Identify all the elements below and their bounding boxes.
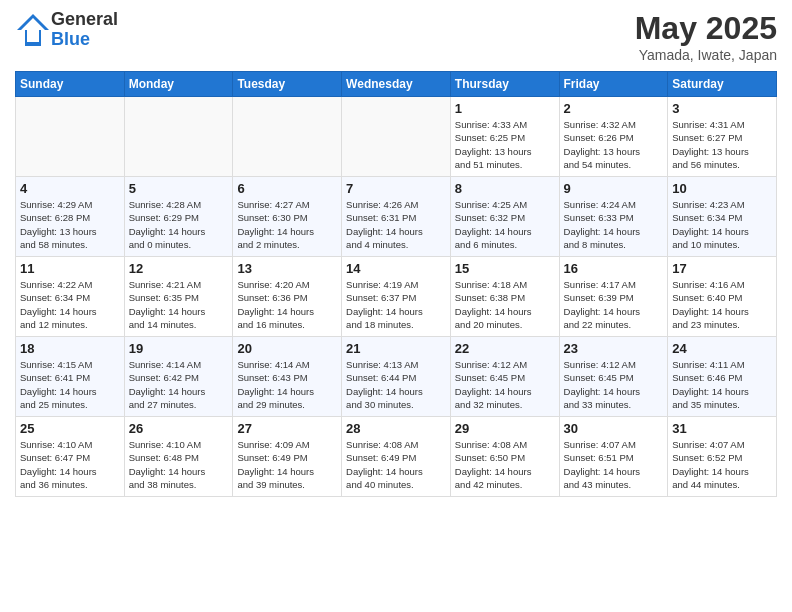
- calendar-cell: [233, 97, 342, 177]
- day-info: Sunrise: 4:08 AMSunset: 6:49 PMDaylight:…: [346, 438, 446, 491]
- day-number: 2: [564, 101, 664, 116]
- calendar-cell: 19Sunrise: 4:14 AMSunset: 6:42 PMDayligh…: [124, 337, 233, 417]
- day-number: 10: [672, 181, 772, 196]
- calendar-cell: 12Sunrise: 4:21 AMSunset: 6:35 PMDayligh…: [124, 257, 233, 337]
- calendar-cell: 17Sunrise: 4:16 AMSunset: 6:40 PMDayligh…: [668, 257, 777, 337]
- day-number: 6: [237, 181, 337, 196]
- calendar-header-row: SundayMondayTuesdayWednesdayThursdayFrid…: [16, 72, 777, 97]
- day-number: 19: [129, 341, 229, 356]
- calendar-cell: 9Sunrise: 4:24 AMSunset: 6:33 PMDaylight…: [559, 177, 668, 257]
- calendar-week-5: 25Sunrise: 4:10 AMSunset: 6:47 PMDayligh…: [16, 417, 777, 497]
- logo: General Blue: [15, 10, 118, 50]
- main-title: May 2025: [635, 10, 777, 47]
- calendar-cell: 25Sunrise: 4:10 AMSunset: 6:47 PMDayligh…: [16, 417, 125, 497]
- day-number: 17: [672, 261, 772, 276]
- day-info: Sunrise: 4:27 AMSunset: 6:30 PMDaylight:…: [237, 198, 337, 251]
- day-number: 3: [672, 101, 772, 116]
- day-number: 7: [346, 181, 446, 196]
- day-header-wednesday: Wednesday: [342, 72, 451, 97]
- calendar-cell: 28Sunrise: 4:08 AMSunset: 6:49 PMDayligh…: [342, 417, 451, 497]
- calendar-cell: 4Sunrise: 4:29 AMSunset: 6:28 PMDaylight…: [16, 177, 125, 257]
- calendar-cell: 22Sunrise: 4:12 AMSunset: 6:45 PMDayligh…: [450, 337, 559, 417]
- day-number: 11: [20, 261, 120, 276]
- day-info: Sunrise: 4:28 AMSunset: 6:29 PMDaylight:…: [129, 198, 229, 251]
- calendar-cell: 26Sunrise: 4:10 AMSunset: 6:48 PMDayligh…: [124, 417, 233, 497]
- day-info: Sunrise: 4:15 AMSunset: 6:41 PMDaylight:…: [20, 358, 120, 411]
- subtitle: Yamada, Iwate, Japan: [635, 47, 777, 63]
- calendar-cell: 14Sunrise: 4:19 AMSunset: 6:37 PMDayligh…: [342, 257, 451, 337]
- day-info: Sunrise: 4:26 AMSunset: 6:31 PMDaylight:…: [346, 198, 446, 251]
- day-number: 26: [129, 421, 229, 436]
- day-number: 8: [455, 181, 555, 196]
- day-header-sunday: Sunday: [16, 72, 125, 97]
- calendar-cell: 8Sunrise: 4:25 AMSunset: 6:32 PMDaylight…: [450, 177, 559, 257]
- day-number: 16: [564, 261, 664, 276]
- day-number: 30: [564, 421, 664, 436]
- day-info: Sunrise: 4:19 AMSunset: 6:37 PMDaylight:…: [346, 278, 446, 331]
- day-info: Sunrise: 4:31 AMSunset: 6:27 PMDaylight:…: [672, 118, 772, 171]
- day-number: 28: [346, 421, 446, 436]
- calendar-cell: 31Sunrise: 4:07 AMSunset: 6:52 PMDayligh…: [668, 417, 777, 497]
- day-number: 9: [564, 181, 664, 196]
- day-info: Sunrise: 4:09 AMSunset: 6:49 PMDaylight:…: [237, 438, 337, 491]
- day-number: 4: [20, 181, 120, 196]
- calendar-cell: 23Sunrise: 4:12 AMSunset: 6:45 PMDayligh…: [559, 337, 668, 417]
- calendar-week-2: 4Sunrise: 4:29 AMSunset: 6:28 PMDaylight…: [16, 177, 777, 257]
- calendar-cell: 11Sunrise: 4:22 AMSunset: 6:34 PMDayligh…: [16, 257, 125, 337]
- day-header-friday: Friday: [559, 72, 668, 97]
- day-number: 18: [20, 341, 120, 356]
- title-block: May 2025 Yamada, Iwate, Japan: [635, 10, 777, 63]
- calendar-cell: [124, 97, 233, 177]
- day-info: Sunrise: 4:10 AMSunset: 6:47 PMDaylight:…: [20, 438, 120, 491]
- day-number: 27: [237, 421, 337, 436]
- calendar-cell: 15Sunrise: 4:18 AMSunset: 6:38 PMDayligh…: [450, 257, 559, 337]
- calendar-table: SundayMondayTuesdayWednesdayThursdayFrid…: [15, 71, 777, 497]
- calendar-week-3: 11Sunrise: 4:22 AMSunset: 6:34 PMDayligh…: [16, 257, 777, 337]
- day-number: 29: [455, 421, 555, 436]
- calendar-cell: 24Sunrise: 4:11 AMSunset: 6:46 PMDayligh…: [668, 337, 777, 417]
- calendar-cell: 21Sunrise: 4:13 AMSunset: 6:44 PMDayligh…: [342, 337, 451, 417]
- calendar-cell: 18Sunrise: 4:15 AMSunset: 6:41 PMDayligh…: [16, 337, 125, 417]
- day-info: Sunrise: 4:12 AMSunset: 6:45 PMDaylight:…: [455, 358, 555, 411]
- calendar-cell: 5Sunrise: 4:28 AMSunset: 6:29 PMDaylight…: [124, 177, 233, 257]
- calendar-cell: 10Sunrise: 4:23 AMSunset: 6:34 PMDayligh…: [668, 177, 777, 257]
- day-number: 5: [129, 181, 229, 196]
- day-number: 12: [129, 261, 229, 276]
- day-info: Sunrise: 4:24 AMSunset: 6:33 PMDaylight:…: [564, 198, 664, 251]
- day-header-saturday: Saturday: [668, 72, 777, 97]
- day-info: Sunrise: 4:22 AMSunset: 6:34 PMDaylight:…: [20, 278, 120, 331]
- day-number: 31: [672, 421, 772, 436]
- day-info: Sunrise: 4:17 AMSunset: 6:39 PMDaylight:…: [564, 278, 664, 331]
- day-info: Sunrise: 4:21 AMSunset: 6:35 PMDaylight:…: [129, 278, 229, 331]
- day-info: Sunrise: 4:23 AMSunset: 6:34 PMDaylight:…: [672, 198, 772, 251]
- calendar-cell: 7Sunrise: 4:26 AMSunset: 6:31 PMDaylight…: [342, 177, 451, 257]
- calendar-cell: 2Sunrise: 4:32 AMSunset: 6:26 PMDaylight…: [559, 97, 668, 177]
- day-number: 21: [346, 341, 446, 356]
- calendar-cell: 29Sunrise: 4:08 AMSunset: 6:50 PMDayligh…: [450, 417, 559, 497]
- day-number: 14: [346, 261, 446, 276]
- calendar-cell: 20Sunrise: 4:14 AMSunset: 6:43 PMDayligh…: [233, 337, 342, 417]
- page-header: General Blue May 2025 Yamada, Iwate, Jap…: [15, 10, 777, 63]
- day-info: Sunrise: 4:14 AMSunset: 6:42 PMDaylight:…: [129, 358, 229, 411]
- logo-general-text: General: [51, 9, 118, 29]
- day-number: 22: [455, 341, 555, 356]
- day-info: Sunrise: 4:25 AMSunset: 6:32 PMDaylight:…: [455, 198, 555, 251]
- calendar-cell: [16, 97, 125, 177]
- day-info: Sunrise: 4:07 AMSunset: 6:52 PMDaylight:…: [672, 438, 772, 491]
- day-number: 15: [455, 261, 555, 276]
- day-info: Sunrise: 4:20 AMSunset: 6:36 PMDaylight:…: [237, 278, 337, 331]
- day-info: Sunrise: 4:11 AMSunset: 6:46 PMDaylight:…: [672, 358, 772, 411]
- day-info: Sunrise: 4:12 AMSunset: 6:45 PMDaylight:…: [564, 358, 664, 411]
- day-number: 25: [20, 421, 120, 436]
- svg-marker-1: [21, 18, 45, 42]
- day-number: 20: [237, 341, 337, 356]
- calendar-cell: [342, 97, 451, 177]
- calendar-week-4: 18Sunrise: 4:15 AMSunset: 6:41 PMDayligh…: [16, 337, 777, 417]
- calendar-cell: 30Sunrise: 4:07 AMSunset: 6:51 PMDayligh…: [559, 417, 668, 497]
- logo-blue-text: Blue: [51, 29, 90, 49]
- day-header-thursday: Thursday: [450, 72, 559, 97]
- calendar-cell: 16Sunrise: 4:17 AMSunset: 6:39 PMDayligh…: [559, 257, 668, 337]
- logo-icon: [15, 12, 51, 48]
- calendar-week-1: 1Sunrise: 4:33 AMSunset: 6:25 PMDaylight…: [16, 97, 777, 177]
- day-info: Sunrise: 4:16 AMSunset: 6:40 PMDaylight:…: [672, 278, 772, 331]
